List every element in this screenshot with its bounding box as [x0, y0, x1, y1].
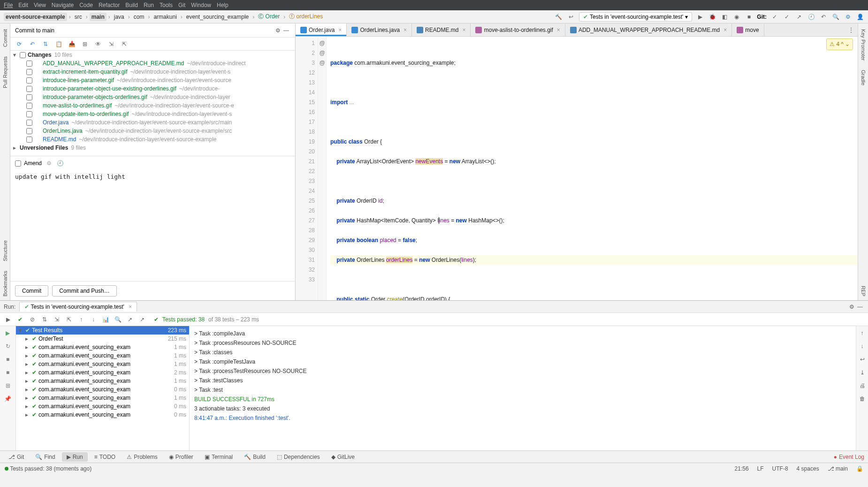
breadcrumb-item[interactable]: java: [112, 13, 126, 21]
tab-run[interactable]: ▶ Run: [62, 452, 88, 462]
tab-git[interactable]: ⎇ Git: [4, 452, 29, 462]
rerun-button[interactable]: ▶: [4, 329, 12, 337]
tab-overflow-icon[interactable]: ⋮: [845, 23, 858, 36]
clear-icon[interactable]: 🗑: [858, 395, 867, 403]
chevron-right-icon[interactable]: ▸: [25, 386, 32, 393]
run-console[interactable]: > Task :compileJava> Task :processResour…: [190, 326, 856, 450]
close-icon[interactable]: ×: [557, 27, 560, 33]
changed-file-row[interactable]: move-aslist-to-orderlines.gif~/dev/intro…: [10, 101, 295, 110]
test-tree-item[interactable]: ▸✔com.armakuni.event_sourcing_exam1 ms: [16, 343, 189, 351]
gear-icon[interactable]: ⚙: [847, 303, 856, 311]
changed-file-row[interactable]: introduce-parameter-object-use-existing-…: [10, 84, 295, 93]
menu-code[interactable]: Code: [79, 2, 93, 8]
file-checkbox[interactable]: [26, 128, 32, 134]
tool-tab-bookmarks[interactable]: Bookmarks: [1, 267, 9, 300]
vcs-push-icon[interactable]: ↗: [795, 13, 803, 21]
menu-tools[interactable]: Tools: [160, 2, 173, 8]
changed-file-row[interactable]: ADD_MANUAL_WRAPPER_APPROACH_README.md~/d…: [10, 59, 295, 68]
changed-file-row[interactable]: OrderLines.java~/dev/introduce-indirecti…: [10, 127, 295, 135]
collapse-icon[interactable]: ⇱: [120, 40, 129, 48]
editor-tab[interactable]: move: [732, 23, 764, 36]
test-tree-item[interactable]: ▸✔com.armakuni.event_sourcing_exam0 ms: [16, 402, 189, 411]
group-icon[interactable]: ⊞: [81, 40, 89, 48]
tool-tab-rep[interactable]: REP: [860, 282, 867, 300]
next-icon[interactable]: ↓: [89, 315, 98, 324]
tab-terminal[interactable]: ▣ Terminal: [200, 452, 237, 462]
chevron-right-icon[interactable]: ▸: [13, 145, 20, 151]
diff-icon[interactable]: ⇅: [41, 40, 50, 48]
changed-file-row[interactable]: Order.java~/dev/introduce-indirection-la…: [10, 118, 295, 127]
close-icon[interactable]: ×: [462, 27, 465, 33]
test-tree-item[interactable]: ▸✔com.armakuni.event_sourcing_exam1 ms: [16, 360, 189, 368]
breadcrumb-item[interactable]: armakuni: [152, 13, 178, 21]
breadcrumb-field[interactable]: ⓕ orderLines: [287, 12, 325, 22]
git-branch[interactable]: ⎇ main: [828, 465, 848, 472]
changed-file-row[interactable]: move-update-item-to-orderlines.gif~/dev/…: [10, 110, 295, 118]
file-checkbox[interactable]: [26, 137, 32, 143]
chevron-right-icon[interactable]: ▸: [25, 361, 32, 367]
test-tree-item[interactable]: ▸✔com.armakuni.event_sourcing_exam1 ms: [16, 351, 189, 360]
test-tree-item[interactable]: ▸✔com.armakuni.event_sourcing_exam0 ms: [16, 411, 189, 419]
vcs-commit-icon[interactable]: ✓: [783, 13, 791, 21]
editor-tab[interactable]: move-aslist-to-orderlines.gif×: [471, 23, 565, 36]
menu-window[interactable]: Window: [191, 2, 211, 8]
sort-icon[interactable]: ⇅: [40, 315, 49, 324]
commit-and-push-button[interactable]: Commit and Push…: [52, 285, 116, 297]
tab-profiler[interactable]: ◉ Profiler: [164, 452, 198, 462]
editor-tab[interactable]: Order.java×: [296, 23, 347, 36]
breadcrumb-class[interactable]: Ⓒ Order: [256, 12, 282, 22]
tab-todo[interactable]: ≡ TODO: [90, 452, 120, 462]
view-options-icon[interactable]: 👁: [94, 40, 102, 48]
export-icon[interactable]: ↗: [126, 315, 134, 324]
chevron-down-icon[interactable]: ▾: [19, 327, 25, 334]
editor-tab[interactable]: ADD_MANUAL_WRAPPER_APPROACH_README.md×: [565, 23, 732, 36]
chevron-right-icon[interactable]: ▸: [25, 411, 32, 418]
minimize-icon[interactable]: —: [282, 26, 290, 35]
back-icon[interactable]: ↩: [567, 13, 575, 21]
breadcrumb-item[interactable]: main: [90, 13, 107, 21]
print-icon[interactable]: 🖨: [858, 381, 867, 390]
changed-file-row[interactable]: README.md~/dev/introduce-indirection-lay…: [10, 135, 295, 144]
chevron-right-icon[interactable]: ▸: [25, 335, 32, 342]
tool-tab-commit[interactable]: Commit: [1, 25, 9, 51]
run-configuration-selector[interactable]: ✔ Tests in 'event-sourcing-example.test'…: [579, 12, 692, 22]
tool-tab-key-promoter[interactable]: Key Promoter: [860, 25, 867, 64]
editor-gutter[interactable]: 1231213141516171819202122232425262728293…: [296, 37, 318, 300]
run-button[interactable]: ▶: [696, 13, 704, 21]
collapse-icon[interactable]: ⇱: [65, 315, 73, 324]
file-checkbox[interactable]: [26, 69, 32, 75]
editor-tabs[interactable]: Order.java×OrderLines.java×README.md×mov…: [296, 23, 858, 37]
chevron-right-icon[interactable]: ▸: [25, 403, 32, 410]
commit-button[interactable]: Commit: [15, 285, 48, 297]
chevron-right-icon[interactable]: ▸: [25, 369, 32, 376]
tab-problems[interactable]: ⚠ Problems: [122, 452, 162, 462]
test-tree-item[interactable]: ▸✔com.armakuni.event_sourcing_exam1 ms: [16, 377, 189, 385]
inspection-badge[interactable]: ⚠ 4 ^ ⌄: [826, 38, 853, 50]
toggle-auto-button[interactable]: ■: [4, 355, 12, 364]
build-icon[interactable]: 🔨: [555, 13, 563, 21]
menu-view[interactable]: View: [34, 2, 46, 8]
menu-git[interactable]: Git: [178, 2, 185, 8]
chevron-right-icon[interactable]: ▸: [25, 344, 32, 350]
layout-button[interactable]: ⊞: [4, 381, 12, 390]
chevron-right-icon[interactable]: ▸: [25, 352, 32, 359]
shelve-icon[interactable]: 📥: [68, 40, 76, 48]
soft-wrap-icon[interactable]: ↩: [858, 355, 867, 364]
close-icon[interactable]: ×: [129, 304, 132, 310]
test-tree-item[interactable]: ▸✔com.armakuni.event_sourcing_exam0 ms: [16, 385, 189, 394]
changes-tree[interactable]: ▾ Changes 10 files ADD_MANUAL_WRAPPER_AP…: [10, 51, 295, 156]
line-separator[interactable]: LF: [757, 465, 764, 472]
breadcrumb-item[interactable]: event_sourcing_example: [184, 13, 251, 21]
stop-button[interactable]: ■: [745, 13, 753, 21]
avatar-icon[interactable]: 👤: [856, 13, 864, 21]
menu-run[interactable]: Run: [144, 2, 154, 8]
editor-tab[interactable]: README.md×: [412, 23, 471, 36]
expand-icon[interactable]: ⇲: [53, 315, 61, 324]
close-icon[interactable]: ×: [338, 27, 342, 33]
gear-icon[interactable]: ⚙: [45, 159, 53, 167]
close-icon[interactable]: ×: [723, 27, 727, 33]
tab-gitlive[interactable]: ◆ GitLive: [327, 452, 359, 462]
changed-file-row[interactable]: extract-increment-item-quantity.gif~/dev…: [10, 68, 295, 76]
file-checkbox[interactable]: [26, 120, 32, 126]
tab-build[interactable]: 🔨 Build: [239, 452, 270, 462]
